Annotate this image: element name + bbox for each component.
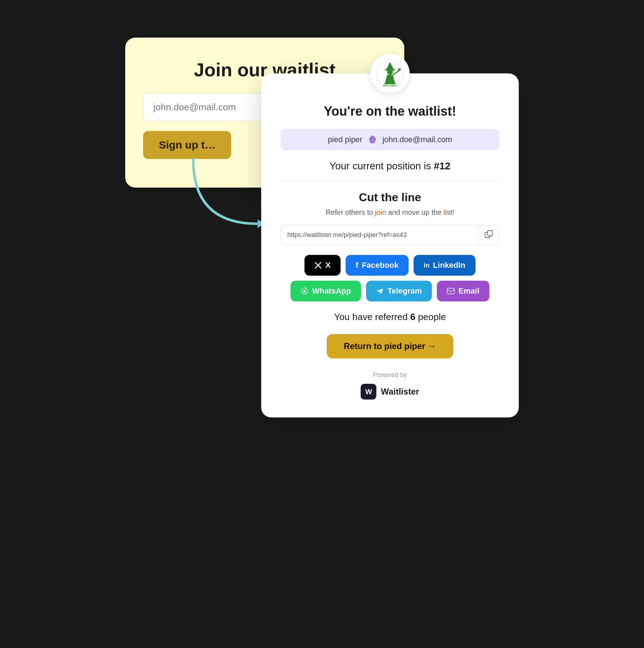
svg-rect-10 bbox=[488, 231, 492, 236]
referral-link-row bbox=[280, 225, 499, 245]
waitlister-name: Waitlister bbox=[381, 387, 419, 397]
user-email: john.doe@mail.com bbox=[382, 135, 452, 144]
referral-link-input[interactable] bbox=[281, 226, 478, 245]
share-buttons-group: X f Facebook in LinkedIn WhatsApp bbox=[280, 255, 499, 301]
diamond-icon bbox=[367, 135, 377, 145]
svg-text:pied piper: pied piper bbox=[383, 84, 397, 87]
svg-point-4 bbox=[387, 69, 393, 75]
waitlister-logo: W bbox=[361, 384, 376, 400]
user-info-pill: pied piper john.doe@mail.com bbox=[280, 129, 499, 150]
linkedin-button-label: LinkedIn bbox=[433, 261, 465, 270]
waitlister-branding: W Waitlister bbox=[280, 384, 499, 400]
email-button-label: Email bbox=[458, 286, 479, 296]
share-x-button[interactable]: X bbox=[304, 255, 341, 276]
return-button[interactable]: Return to pied piper → bbox=[327, 334, 454, 358]
share-facebook-button[interactable]: f Facebook bbox=[346, 255, 409, 276]
brand-name: pied piper bbox=[328, 135, 362, 144]
x-button-label: X bbox=[325, 261, 331, 270]
confirmation-title: You're on the waitlist! bbox=[280, 104, 499, 119]
whatsapp-icon bbox=[301, 287, 308, 295]
share-email-button[interactable]: Email bbox=[437, 281, 489, 301]
arrow-indicator bbox=[172, 152, 272, 245]
whatsapp-button-label: WhatsApp bbox=[312, 286, 351, 296]
powered-by-text: Powered by bbox=[280, 371, 499, 379]
share-whatsapp-button[interactable]: WhatsApp bbox=[291, 281, 361, 301]
facebook-button-label: Facebook bbox=[362, 261, 399, 270]
x-icon bbox=[314, 262, 322, 269]
referred-number: 6 bbox=[410, 311, 415, 322]
copy-link-button[interactable] bbox=[478, 226, 499, 245]
confirmation-card: pied piper You're on the waitlist! pied … bbox=[261, 73, 519, 417]
telegram-button-label: Telegram bbox=[387, 286, 422, 296]
cut-line-subtitle: Refer others to join and move up the lis… bbox=[280, 208, 499, 217]
section-divider bbox=[280, 180, 499, 181]
share-telegram-button[interactable]: Telegram bbox=[366, 281, 432, 301]
brand-logo-circle: pied piper bbox=[370, 54, 410, 93]
share-linkedin-button[interactable]: in LinkedIn bbox=[414, 255, 475, 276]
linkedin-icon: in bbox=[424, 262, 429, 269]
telegram-icon bbox=[376, 287, 384, 295]
referred-count-text: You have referred 6 people bbox=[280, 311, 499, 323]
cut-line-title: Cut the line bbox=[280, 191, 499, 204]
email-icon bbox=[447, 288, 455, 294]
position-text: Your current position is #12 bbox=[280, 160, 499, 172]
position-number: #12 bbox=[434, 160, 450, 171]
facebook-icon: f bbox=[356, 261, 358, 270]
svg-rect-12 bbox=[447, 288, 454, 294]
